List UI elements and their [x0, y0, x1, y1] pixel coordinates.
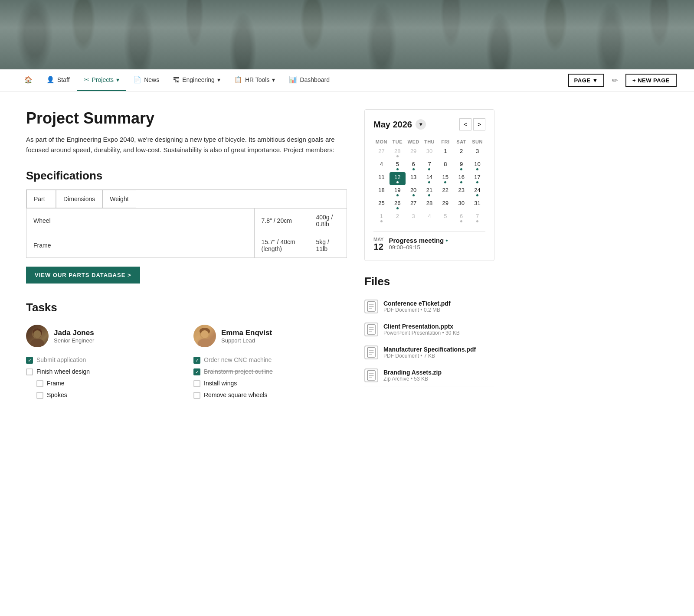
sidebar-item-projects[interactable]: ✂ Projects ▾ — [77, 70, 127, 91]
calendar-day-cell[interactable]: 12 — [390, 172, 406, 185]
calendar-day-cell[interactable]: 22 — [437, 185, 453, 198]
calendar-day-cell[interactable]: 5 — [437, 211, 453, 224]
calendar-day-cell[interactable]: 25 — [373, 198, 390, 211]
calendar-day-cell[interactable]: 6 — [406, 159, 422, 172]
calendar-day-cell[interactable]: 5 — [390, 159, 406, 172]
task-item: ✓ Submit application — [26, 354, 180, 366]
calendar-day-cell[interactable]: 2 — [453, 146, 469, 159]
calendar-day-cell[interactable]: 17 — [469, 172, 485, 185]
staff-icon: 👤 — [46, 76, 55, 84]
task-checkbox[interactable] — [193, 380, 200, 387]
calendar-day-cell[interactable]: 27 — [373, 146, 390, 159]
calendar-day-cell[interactable]: 29 — [406, 146, 422, 159]
file-item[interactable]: Manufacturer Specifications.pdf PDF Docu… — [364, 341, 494, 364]
calendar-day-cell[interactable]: 16 — [453, 172, 469, 185]
calendar-day-cell[interactable]: 2 — [390, 211, 406, 224]
calendar-day-cell[interactable]: 7 — [469, 211, 485, 224]
task-checkbox[interactable] — [26, 368, 33, 375]
calendar-day-cell[interactable]: 15 — [437, 172, 453, 185]
calendar-week-row: 27282930123 — [373, 146, 485, 159]
files-heading: Files — [364, 275, 494, 288]
calendar-day-cell[interactable]: 1 — [373, 211, 390, 224]
calendar-week-row: 45678910 — [373, 159, 485, 172]
calendar-day-cell[interactable]: 30 — [422, 146, 438, 159]
svg-point-6 — [198, 339, 212, 347]
calendar-day-cell[interactable]: 28 — [390, 146, 406, 159]
task-checkbox-checked[interactable]: ✓ — [193, 368, 200, 375]
calendar-day-cell[interactable]: 19 — [390, 185, 406, 198]
parts-database-button[interactable]: VIEW OUR PARTS DATABASE > — [26, 267, 140, 284]
task-label: Finish wheel design — [36, 368, 90, 375]
calendar-day-cell[interactable]: 6 — [453, 211, 469, 224]
calendar-day-cell[interactable]: 26 — [390, 198, 406, 211]
calendar-day-cell[interactable]: 11 — [373, 172, 390, 185]
engineering-dropdown-icon: ▾ — [217, 76, 220, 83]
calendar-dot — [460, 168, 462, 170]
calendar-day-cell[interactable]: 20 — [406, 185, 422, 198]
sidebar-item-dashboard[interactable]: 📊 Dashboard — [282, 70, 337, 91]
calendar-dot — [396, 168, 399, 170]
nav-engineering-label: Engineering — [182, 76, 215, 83]
task-checkbox[interactable] — [36, 392, 43, 399]
calendar-day-cell[interactable]: 3 — [406, 211, 422, 224]
calendar-day-cell[interactable]: 30 — [453, 198, 469, 211]
calendar-title: May 2026 ▾ — [373, 119, 426, 130]
day-header-thu: THU — [422, 137, 438, 146]
person-emma: Emma Enqvist Support Lead ✓ Order new CN… — [193, 325, 347, 401]
file-item[interactable]: Branding Assets.zip Zip Archive • 53 KB — [364, 364, 494, 387]
task-checkbox-checked[interactable]: ✓ — [193, 357, 200, 364]
calendar-day-cell[interactable]: 7 — [422, 159, 438, 172]
task-checkbox-checked[interactable]: ✓ — [26, 357, 33, 364]
calendar-day-cell[interactable]: 4 — [373, 159, 390, 172]
person-jada-header: Jada Jones Senior Engineer — [26, 325, 180, 347]
calendar-day-cell[interactable]: 13 — [406, 172, 422, 185]
calendar-dot — [476, 181, 478, 183]
new-page-button[interactable]: + NEW PAGE — [625, 74, 677, 87]
calendar-day-cell[interactable]: 3 — [469, 146, 485, 159]
calendar-day-cell[interactable]: 28 — [422, 198, 438, 211]
calendar-day-cell[interactable]: 27 — [406, 198, 422, 211]
calendar-day-cell[interactable]: 8 — [437, 159, 453, 172]
calendar-dot — [476, 194, 478, 196]
calendar-prev-button[interactable]: < — [459, 118, 471, 130]
file-meta: PDF Document • 0.2 MB — [383, 307, 451, 313]
calendar-day-cell[interactable]: 24 — [469, 185, 485, 198]
calendar-day-cell[interactable]: 31 — [469, 198, 485, 211]
sidebar-item-news[interactable]: 📄 News — [126, 70, 166, 91]
task-checkbox[interactable] — [193, 392, 200, 399]
calendar-event: MAY 12 Progress meeting • 09:00–09:15 — [373, 231, 485, 252]
page-button[interactable]: PAGE ▼ — [568, 74, 604, 87]
calendar-day-cell[interactable]: 18 — [373, 185, 390, 198]
calendar-next-button[interactable]: > — [473, 118, 485, 130]
calendar-week-row: 18192021222324 — [373, 185, 485, 198]
sidebar-item-hr-tools[interactable]: 📋 HR Tools ▾ — [227, 70, 282, 91]
nav-home[interactable]: 🏠 — [17, 70, 39, 91]
calendar-day-cell[interactable]: 21 — [422, 185, 438, 198]
calendar-day-cell[interactable]: 1 — [437, 146, 453, 159]
task-checkbox[interactable] — [36, 380, 43, 387]
file-meta: PowerPoint Presentation • 30 KB — [383, 330, 460, 336]
event-month: MAY — [373, 237, 383, 242]
calendar-dot — [476, 168, 478, 170]
edit-button[interactable]: ✏ — [608, 74, 622, 87]
calendar-day-cell[interactable]: 4 — [422, 211, 438, 224]
projects-icon: ✂ — [84, 76, 89, 84]
sidebar-item-engineering[interactable]: 🏗 Engineering ▾ — [166, 70, 227, 91]
file-details: Branding Assets.zip Zip Archive • 53 KB — [383, 369, 442, 382]
calendar-day-cell[interactable]: 29 — [437, 198, 453, 211]
event-date: MAY 12 — [373, 237, 383, 252]
file-item[interactable]: Conference eTicket.pdf PDF Document • 0.… — [364, 295, 494, 318]
calendar-day-cell[interactable]: 23 — [453, 185, 469, 198]
calendar-week-row: 25262728293031 — [373, 198, 485, 211]
avatar-emma — [193, 325, 216, 347]
table-row: Wheel 7.8" / 20cm 400g / 0.8lb — [26, 209, 347, 233]
sidebar-item-staff[interactable]: 👤 Staff — [39, 70, 77, 91]
calendar-day-cell[interactable]: 14 — [422, 172, 438, 185]
calendar-day-cell[interactable]: 9 — [453, 159, 469, 172]
file-icon — [364, 300, 378, 313]
file-icon — [364, 323, 378, 336]
calendar-dropdown-icon[interactable]: ▾ — [416, 119, 426, 130]
calendar-day-cell[interactable]: 10 — [469, 159, 485, 172]
file-item[interactable]: Client Presentation.pptx PowerPoint Pres… — [364, 318, 494, 341]
content-right: May 2026 ▾ < > MON TUE WED THU FRI SAT S — [364, 109, 494, 401]
